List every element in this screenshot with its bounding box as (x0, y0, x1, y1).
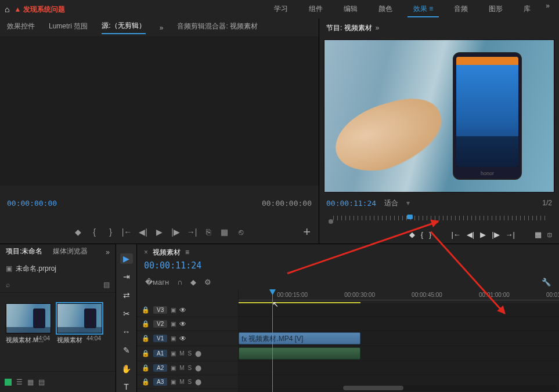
track-lane-a1[interactable] (239, 346, 559, 361)
settings-tl-icon[interactable]: ⚙ (204, 278, 211, 286)
filter-bin-icon[interactable]: ▤ (103, 281, 110, 289)
track-lane-a2[interactable] (239, 361, 559, 375)
ruler-tick: 00:01:15:00 (546, 292, 559, 298)
razor-tool-icon[interactable]: ✂ (120, 308, 133, 319)
tab-effect-controls[interactable]: 效果控件 (7, 21, 35, 34)
step-back-icon[interactable]: ◀| (138, 226, 149, 238)
ripple-edit-tool-icon[interactable]: ⇄ (120, 290, 133, 300)
play-icon[interactable]: ▶ (154, 226, 165, 238)
wrench-icon[interactable]: 🔧 (542, 278, 551, 286)
prog-mark-out-icon[interactable]: } (429, 230, 431, 239)
workspace-effects[interactable]: 效果 (407, 2, 439, 17)
track-header-v1[interactable]: 🔒V1▣👁 (137, 331, 238, 346)
ruler-tick: 00:00:45:00 (412, 292, 442, 298)
freeform-view-icon[interactable]: ▤ (38, 378, 45, 386)
project-overflow-icon[interactable]: » (106, 248, 110, 256)
overwrite-icon[interactable]: ▦ (219, 226, 230, 238)
warning-icon: ▲ (14, 5, 21, 13)
list-view-icon[interactable]: ☰ (16, 378, 23, 386)
track-lane-v2[interactable] (239, 317, 559, 331)
workspace-assembly[interactable]: 组件 (303, 2, 329, 17)
pen-tool-icon[interactable]: ✎ (120, 345, 133, 355)
timeline-ruler[interactable]: 00:00:15:00 00:00:30:00 00:00:45:00 00:0… (239, 289, 559, 303)
prog-play-icon[interactable]: ▶ (480, 230, 486, 239)
go-to-folder-icon[interactable] (5, 379, 12, 386)
ruler-tick: 00:00:30:00 (344, 292, 375, 298)
prog-mark-in-icon[interactable]: { (421, 230, 423, 239)
timeline-timecode[interactable]: 00:00:11:24 (144, 260, 201, 271)
project-item-0[interactable]: 44:04 视频素材.M... (6, 303, 51, 344)
marker-icon[interactable]: ◆ (73, 226, 84, 238)
program-scrubber[interactable] (325, 211, 553, 225)
prog-step-back-icon[interactable]: ◀| (467, 230, 474, 239)
tab-program-monitor[interactable]: 节目: 视频素材 (326, 23, 372, 33)
program-timecode[interactable]: 00:00:11:24 (326, 199, 376, 208)
project-item-1[interactable]: 44:04 视频素材 (57, 303, 102, 344)
home-icon[interactable]: ⌂ (5, 5, 9, 14)
go-to-out-icon[interactable]: →| (186, 226, 198, 238)
workspace-graphics[interactable]: 图形 (483, 2, 508, 17)
prog-go-in-icon[interactable]: |← (451, 230, 460, 239)
dropdown-chevron-icon: ▾ (406, 199, 410, 207)
track-select-tool-icon[interactable]: ⇥ (120, 272, 133, 282)
timeline-sequence-tab[interactable]: 视频素材 (153, 248, 181, 257)
system-warning[interactable]: ▲ 发现系统问题 (14, 5, 65, 14)
workspace-color[interactable]: 颜色 (373, 2, 398, 17)
add-button-icon[interactable]: + (303, 224, 311, 239)
linked-selection-icon[interactable]: ∩ (177, 278, 182, 286)
timeline-h-scrollbar[interactable] (342, 385, 557, 391)
marker-tl-icon[interactable]: ◆ (190, 278, 196, 286)
mark-out-icon[interactable]: } (105, 226, 117, 238)
tab-media-browser[interactable]: 媒体浏览器 (53, 246, 88, 259)
program-monitor-viewport[interactable]: honor (324, 39, 554, 193)
track-header-master[interactable]: 🔒主声道0.0 (137, 389, 238, 392)
search-icon[interactable]: ⌕ (6, 281, 10, 289)
track-header-a1[interactable]: 🔒A1▣MS⬤ (137, 346, 238, 361)
zoom-fit-dropdown[interactable]: 适合 (384, 198, 398, 208)
track-header-a2[interactable]: 🔒A2▣MS⬤ (137, 361, 238, 375)
type-tool-icon[interactable]: T (120, 382, 133, 392)
tab-project[interactable]: 项目:未命名 (6, 246, 42, 259)
video-content-phone: honor (453, 52, 522, 180)
mark-in-icon[interactable]: { (89, 226, 100, 238)
track-header-v2[interactable]: 🔒V2▣👁 (137, 317, 238, 331)
slip-tool-icon[interactable]: ↔ (120, 327, 133, 337)
go-to-in-icon[interactable]: |← (121, 226, 133, 238)
prog-go-out-icon[interactable]: →| (506, 230, 515, 239)
prog-extract-icon[interactable]: ⎅ (547, 230, 552, 239)
prog-lift-icon[interactable]: ▦ (535, 230, 542, 239)
hand-tool-icon[interactable]: ✋ (120, 364, 133, 374)
program-overflow-icon[interactable]: » (376, 24, 380, 32)
selection-tool-icon[interactable]: ▶ (120, 253, 133, 264)
track-header-a3[interactable]: 🔒A3▣MS⬤ (137, 375, 238, 389)
workspace-audio[interactable]: 音频 (448, 2, 474, 17)
timeline-close-icon[interactable]: × (144, 248, 148, 256)
source-timecode-in[interactable]: 00:00:00:00 (7, 199, 57, 208)
page-indicator: 1/2 (542, 199, 552, 207)
tab-lumetri-scopes[interactable]: Lumetri 范围 (49, 21, 88, 34)
prog-marker-icon[interactable]: ◆ (409, 230, 415, 239)
snap-icon[interactable]: �магн (145, 278, 169, 286)
workspace-edit[interactable]: 编辑 (338, 2, 363, 17)
track-lane-v1[interactable]: fx视频素材.MP4 [V] (239, 331, 559, 346)
track-lane-v3[interactable] (239, 303, 559, 317)
icon-view-icon[interactable]: ▦ (27, 378, 34, 386)
tab-source-monitor[interactable]: 源:（无剪辑） (102, 21, 145, 34)
audio-clip[interactable] (239, 347, 360, 360)
workspace-learn[interactable]: 学习 (268, 2, 294, 17)
step-fwd-icon[interactable]: |▶ (170, 226, 182, 238)
track-header-v3[interactable]: 🔒V3▣👁 (137, 303, 238, 317)
ruler-tick: 00:01:00:00 (479, 292, 510, 298)
source-overflow-icon[interactable]: » (160, 24, 164, 32)
export-frame-icon[interactable]: ⎋ (235, 226, 247, 238)
scrubber-thumb-icon[interactable] (407, 215, 413, 219)
timeline-menu-icon[interactable]: ≡ (185, 248, 189, 256)
insert-icon[interactable]: ⎘ (203, 226, 214, 238)
clip-duration: 44:04 (86, 335, 101, 342)
workspace-library[interactable]: 库 (518, 2, 536, 17)
warning-text: 发现系统问题 (23, 5, 65, 14)
workspace-overflow-icon[interactable]: » (546, 2, 550, 17)
prog-step-fwd-icon[interactable]: |▶ (492, 230, 499, 239)
tab-audio-clip-mixer[interactable]: 音频剪辑混合器: 视频素材 (177, 21, 258, 34)
video-clip[interactable]: fx视频素材.MP4 [V] (239, 332, 360, 344)
